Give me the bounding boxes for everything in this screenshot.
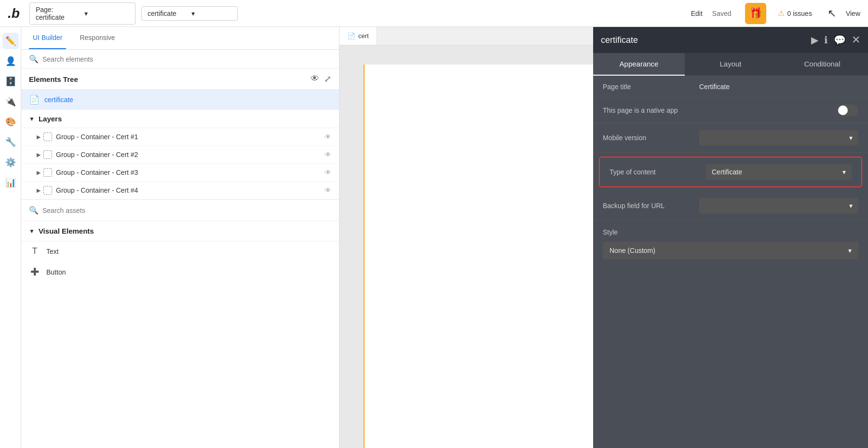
main-layout: ✏️ 👤 🗄️ 🔌 🎨 🔧 ⚙️ 📊 UI Builder Responsive… xyxy=(0,27,868,448)
sidebar-icon-paint[interactable]: 🎨 xyxy=(2,114,19,130)
layer-expand-icon[interactable]: ▶ xyxy=(37,170,41,176)
canvas-tab[interactable]: 📄 cert xyxy=(339,27,377,45)
cert-selector[interactable]: certificate ▾ xyxy=(141,6,238,21)
layers-title: Layers xyxy=(39,115,62,123)
layer-expand-icon[interactable]: ▶ xyxy=(37,134,41,140)
layer-expand-icon[interactable]: ▶ xyxy=(37,152,41,158)
panel-header: certificate ▶ ℹ 💬 ✕ xyxy=(593,27,868,53)
ve-item-text[interactable]: T Text xyxy=(21,241,339,261)
mobile-version-row: Mobile version ▾ xyxy=(593,123,868,153)
backup-url-dropdown[interactable]: ▾ xyxy=(699,198,858,213)
issues-indicator: ⚠ 0 issues xyxy=(778,9,812,18)
topbar: .b Page: certificate ▾ certificate ▾ Edi… xyxy=(0,0,868,27)
layers-header: ▼ Layers xyxy=(21,110,339,128)
native-app-row: This page is a native app xyxy=(593,98,868,123)
sidebar-icon-plugin[interactable]: 🔌 xyxy=(2,93,19,110)
tree-item-certificate[interactable]: 📄 certificate xyxy=(21,90,339,110)
sidebar-icon-chart[interactable]: 📊 xyxy=(2,174,19,191)
layer-label: Group - Container - Cert #2 xyxy=(56,151,325,158)
cert-selector-chevron: ▾ xyxy=(191,10,231,17)
tab-ui-builder[interactable]: UI Builder xyxy=(29,27,66,49)
panel-prop-tabs: Appearance Layout Conditional xyxy=(593,53,868,76)
layer-label: Group - Container - Cert #1 xyxy=(56,133,325,141)
layers-toggle-icon[interactable]: ▼ xyxy=(29,116,35,122)
backup-url-chevron: ▾ xyxy=(849,202,853,210)
mobile-version-dropdown[interactable]: ▾ xyxy=(699,130,858,145)
sidebar-icon-database[interactable]: 🗄️ xyxy=(2,73,19,90)
search-elements-bar: 🔍 xyxy=(21,50,339,69)
page-selector-chevron: ▾ xyxy=(84,10,129,17)
layer-item[interactable]: ▶ Group - Container - Cert #2 👁 xyxy=(21,146,339,164)
comment-button[interactable]: 💬 xyxy=(834,34,846,46)
native-app-label: This page is a native app xyxy=(603,106,699,114)
panel-header-actions: ▶ ℹ 💬 ✕ xyxy=(811,34,860,46)
sidebar-icon-pencil[interactable]: ✏️ xyxy=(2,33,19,49)
style-chevron: ▾ xyxy=(848,247,852,254)
saved-label: Saved xyxy=(712,10,732,17)
ve-item-button-label: Button xyxy=(46,268,66,276)
page-doc-icon: 📄 xyxy=(29,94,40,105)
ve-item-text-label: Text xyxy=(46,248,59,255)
style-value: None (Custom) xyxy=(610,247,655,254)
cert-item-label: certificate xyxy=(44,96,73,104)
ve-toggle-icon[interactable]: ▼ xyxy=(29,228,35,235)
layer-item[interactable]: ▶ Group - Container - Cert #3 👁 xyxy=(21,164,339,182)
expand-icon[interactable]: ⤢ xyxy=(324,74,331,84)
gift-button[interactable]: 🎁 xyxy=(745,3,766,24)
canvas-content xyxy=(339,45,593,448)
page-selector-label: Page: certificate xyxy=(36,6,81,21)
left-panel: UI Builder Responsive 🔍 Elements Tree 👁 … xyxy=(21,27,339,448)
canvas-area: 📄 cert xyxy=(339,27,593,448)
search-elements-icon: 🔍 xyxy=(29,54,39,64)
style-section-label: Style xyxy=(593,221,868,240)
type-of-content-value: Certificate xyxy=(712,168,742,176)
panel-body: Page title Certificate This page is a na… xyxy=(593,76,868,448)
type-of-content-dropdown[interactable]: Certificate ▾ xyxy=(706,164,852,180)
layers-list: ▶ Group - Container - Cert #1 👁 ▶ Group … xyxy=(21,128,339,199)
layer-eye-icon[interactable]: 👁 xyxy=(325,169,331,176)
native-app-toggle[interactable] xyxy=(837,105,858,116)
close-button[interactable]: ✕ xyxy=(852,34,860,46)
canvas-tab-label: cert xyxy=(358,32,369,40)
issues-count: 0 issues xyxy=(787,10,812,17)
layer-label: Group - Container - Cert #4 xyxy=(56,186,325,194)
style-dropdown[interactable]: None (Custom) ▾ xyxy=(603,242,858,259)
canvas-tab-bar: 📄 cert xyxy=(339,27,593,45)
sidebar-icon-users[interactable]: 👤 xyxy=(2,53,19,69)
tab-conditional[interactable]: Conditional xyxy=(776,53,868,76)
elements-tree-header: Elements Tree 👁 ⤢ xyxy=(21,69,339,90)
edit-label: Edit xyxy=(691,10,703,17)
page-title-label: Page title xyxy=(603,83,699,91)
layer-label: Group - Container - Cert #3 xyxy=(56,169,325,176)
panel-tabs: UI Builder Responsive xyxy=(21,27,339,50)
asset-search-bar: 🔍 xyxy=(21,199,339,221)
layer-eye-icon[interactable]: 👁 xyxy=(325,186,331,194)
layer-item[interactable]: ▶ Group - Container - Cert #1 👁 xyxy=(21,128,339,146)
type-of-content-row: Type of content Certificate ▾ xyxy=(599,157,862,187)
cert-selector-label: certificate xyxy=(148,10,188,17)
ve-item-button[interactable]: ✚ Button xyxy=(21,261,339,283)
eye-toggle-icon[interactable]: 👁 xyxy=(311,74,319,84)
sidebar-icon-tools[interactable]: 🔧 xyxy=(2,134,19,150)
tab-responsive[interactable]: Responsive xyxy=(76,27,119,49)
layer-item[interactable]: ▶ Group - Container - Cert #4 👁 xyxy=(21,182,339,199)
layer-eye-icon[interactable]: 👁 xyxy=(325,133,331,141)
search-elements-input[interactable] xyxy=(42,55,331,63)
right-panel: certificate ▶ ℹ 💬 ✕ Appearance Layout Co… xyxy=(593,27,868,448)
play-button[interactable]: ▶ xyxy=(811,34,818,46)
view-button[interactable]: View xyxy=(846,10,860,17)
gift-icon: 🎁 xyxy=(749,7,762,20)
layer-eye-icon[interactable]: 👁 xyxy=(325,151,331,158)
sidebar-icon-settings[interactable]: ⚙️ xyxy=(2,154,19,171)
cursor-tool[interactable]: ↖ xyxy=(827,7,836,20)
tab-appearance[interactable]: Appearance xyxy=(593,53,685,76)
logo: .b xyxy=(8,6,20,21)
page-title-row: Page title Certificate xyxy=(593,76,868,98)
info-button[interactable]: ℹ xyxy=(824,34,828,46)
tab-layout[interactable]: Layout xyxy=(685,53,776,76)
page-selector[interactable]: Page: certificate ▾ xyxy=(29,2,136,25)
search-assets-input[interactable] xyxy=(42,207,331,214)
layer-box-icon xyxy=(43,186,52,195)
search-assets-icon: 🔍 xyxy=(29,206,39,215)
layer-expand-icon[interactable]: ▶ xyxy=(37,187,41,194)
